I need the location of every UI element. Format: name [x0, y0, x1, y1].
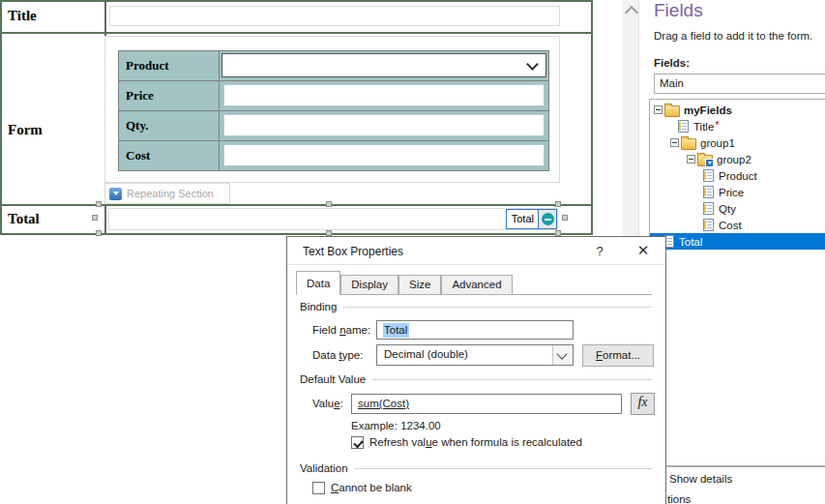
- field-name-input[interactable]: Total: [376, 320, 574, 340]
- refresh-value-label: Refresh value when formula is recalculat…: [369, 436, 582, 448]
- dropdown-button[interactable]: [552, 345, 573, 365]
- field-name-value: Total: [383, 323, 409, 338]
- repeating-section-icon: [109, 188, 122, 200]
- value-formula: sum(Cost): [358, 398, 409, 409]
- total-field-badge-label: Total: [507, 210, 538, 228]
- tree-item-product[interactable]: Product: [650, 167, 825, 184]
- tree-item-label: myFields: [684, 104, 732, 116]
- field-name-label: Field name:: [312, 324, 370, 336]
- field-icon: [678, 120, 689, 133]
- value-label: Value:: [312, 398, 343, 409]
- product-label: Product: [119, 51, 220, 80]
- value-input[interactable]: sum(Cost): [351, 394, 622, 414]
- data-type-value: Decimal (double): [384, 348, 468, 360]
- example-text: Example: 1234.00: [351, 420, 441, 431]
- form-row-label: Form: [8, 122, 43, 138]
- field-icon: [703, 202, 714, 215]
- product-dropdown[interactable]: [221, 53, 546, 77]
- repeating-group-folder-icon: [697, 155, 713, 166]
- tree-item-label: group2: [717, 154, 751, 165]
- field-icon: [703, 219, 714, 231]
- formula-indicator-cell[interactable]: [538, 210, 556, 228]
- repeating-table-row: Qty.: [119, 111, 548, 141]
- text-box-properties-dialog: Text Box Properties ? ✕ DataDisplaySizeA…: [286, 236, 666, 504]
- cannot-be-blank-checkbox[interactable]: [312, 482, 325, 494]
- tree-item-price[interactable]: Price: [650, 184, 825, 200]
- chevron-down-icon: [556, 348, 567, 359]
- tab-advanced[interactable]: Advanced: [441, 275, 512, 294]
- folder-icon: [681, 138, 696, 150]
- scroll-up-icon[interactable]: [625, 6, 638, 19]
- dialog-title: Text Box Properties: [303, 245, 403, 258]
- selection-handle[interactable]: [326, 201, 332, 207]
- tree-item-group2[interactable]: group2: [650, 151, 825, 167]
- fx-icon: fx: [637, 395, 647, 409]
- validation-group-label: Validation: [300, 462, 354, 474]
- repeating-table-row: Cost: [119, 141, 548, 171]
- fx-button[interactable]: fx: [631, 393, 655, 415]
- data-source-dropdown[interactable]: Main: [654, 74, 825, 94]
- tree-item-label: Cost: [719, 220, 742, 231]
- table-row-divider: [2, 204, 591, 206]
- tab-data[interactable]: Data: [296, 271, 340, 295]
- qty-input[interactable]: [223, 114, 545, 136]
- title-textbox[interactable]: [109, 6, 560, 26]
- tree-item-myfields[interactable]: myFields: [650, 102, 825, 118]
- refresh-value-checkbox[interactable]: [351, 436, 364, 449]
- qty-label: Qty.: [119, 111, 220, 140]
- binding-group-label: Binding: [300, 301, 342, 312]
- selection-handle[interactable]: [92, 215, 98, 221]
- tab-size[interactable]: Size: [398, 275, 441, 294]
- tree-item-total[interactable]: Total: [650, 233, 825, 250]
- repeating-overlay-icon: [705, 159, 714, 167]
- data-source-value: Main: [660, 77, 684, 89]
- repeating-section-tab-label: Repeating Section: [127, 188, 214, 199]
- dialog-tab-strip: DataDisplaySizeAdvanced: [296, 272, 652, 295]
- help-icon[interactable]: ?: [592, 244, 607, 258]
- tree-item-title[interactable]: Title*: [650, 118, 825, 134]
- total-textbox[interactable]: Total: [108, 208, 558, 230]
- tree-item-label: Total: [679, 236, 702, 248]
- chevron-down-icon: [526, 58, 539, 71]
- data-type-dropdown[interactable]: Decimal (double): [376, 344, 574, 366]
- tree-item-label: Qty: [719, 203, 736, 215]
- price-input[interactable]: [223, 84, 545, 106]
- price-label: Price: [119, 81, 220, 110]
- selection-handle[interactable]: [562, 215, 568, 221]
- selection-handle[interactable]: [96, 230, 102, 236]
- expander-minus-icon[interactable]: [687, 155, 695, 163]
- close-icon[interactable]: ✕: [634, 242, 652, 259]
- tab-display[interactable]: Display: [340, 275, 398, 294]
- fields-pane-description: Drag a field to add it to the form.: [654, 30, 812, 42]
- tree-item-label: Product: [719, 170, 757, 182]
- tree-item-label: group1: [700, 137, 735, 149]
- expander-minus-icon[interactable]: [654, 105, 663, 114]
- formula-indicator-icon: [542, 213, 554, 225]
- cost-input[interactable]: [223, 144, 545, 166]
- repeating-section-tab[interactable]: Repeating Section: [104, 183, 230, 204]
- selection-handle[interactable]: [555, 201, 561, 207]
- format-button[interactable]: Format...: [582, 344, 654, 367]
- field-icon: [703, 169, 714, 182]
- tree-item-label: Title: [693, 121, 714, 133]
- titlebar-divider: [287, 264, 665, 265]
- expander-minus-icon[interactable]: [670, 138, 679, 147]
- show-details-link[interactable]: Show details: [669, 473, 732, 485]
- total-row-label: Total: [8, 211, 40, 227]
- tree-item-group1[interactable]: group1: [650, 134, 825, 151]
- fields-tree: myFieldsTitle*group1group2ProductPriceQt…: [649, 99, 825, 466]
- tree-item-qty[interactable]: Qty: [650, 200, 825, 217]
- cost-label: Cost: [119, 141, 220, 171]
- tree-item-label: Price: [719, 187, 744, 198]
- repeating-fields-table: ProductPriceQty.Cost: [118, 50, 549, 171]
- required-asterisk: *: [715, 119, 719, 131]
- data-type-label: Data type:: [312, 349, 363, 361]
- default-value-group-label: Default Value: [300, 373, 371, 385]
- tree-item-cost[interactable]: Cost: [650, 217, 825, 233]
- cannot-be-blank-label: Cannot be blank: [331, 482, 412, 493]
- total-field-badge: Total: [506, 209, 557, 229]
- selection-handle[interactable]: [96, 201, 102, 207]
- actions-label-clipped: tions: [667, 493, 691, 504]
- folder-icon: [664, 105, 680, 117]
- table-row-divider: [2, 32, 591, 34]
